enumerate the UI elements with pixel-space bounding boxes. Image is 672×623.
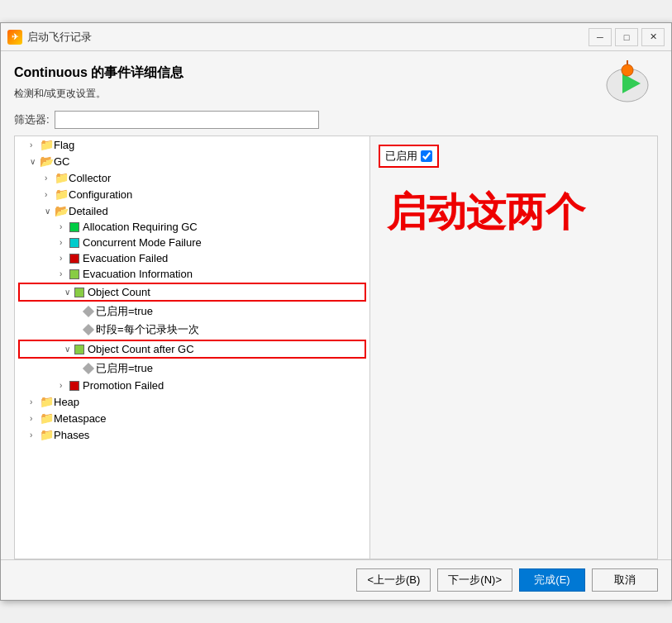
folder-icon-heap: 📁: [40, 395, 54, 408]
diamond-icon-oca-enabled: [83, 363, 94, 374]
tree-item-gc[interactable]: ∨ 📂 GC: [15, 153, 369, 169]
folder-icon-detailed: 📂: [55, 204, 69, 217]
main-panel: › 📁 Flag ∨ 📂 GC › 📁 Collector: [14, 136, 658, 559]
square-icon-evac-failed: [69, 254, 79, 264]
tree-item-oc-enabled[interactable]: 已启用=true: [15, 302, 369, 321]
square-icon-oca: [74, 345, 84, 354]
label-metaspace: Metaspace: [54, 412, 107, 425]
tree-item-phases[interactable]: › 📁 Phases: [15, 426, 369, 443]
page-title: Continuous 的事件详细信息: [14, 64, 658, 82]
tree-item-detailed[interactable]: ∨ 📂 Detailed: [15, 202, 369, 219]
folder-icon-phases: 📁: [40, 428, 54, 441]
window-title: 启动飞行记录: [27, 30, 589, 45]
expand-collector: ›: [45, 174, 55, 183]
diamond-icon-oc-period: [83, 324, 94, 335]
expand-allocation: ›: [60, 222, 69, 231]
label-concurrent: Concurrent Mode Failure: [83, 236, 202, 249]
label-oc-period: 时段=每个记录块一次: [96, 322, 199, 337]
tree-item-allocation-req[interactable]: › Allocation Requiring GC: [15, 219, 369, 235]
tree-item-flag[interactable]: › 📁 Flag: [15, 136, 369, 153]
filter-label: 筛选器:: [14, 112, 50, 127]
folder-icon-configuration: 📁: [55, 188, 69, 201]
right-panel: 已启用 启动这两个: [370, 136, 657, 559]
label-gc: GC: [54, 155, 70, 168]
minimize-button[interactable]: ─: [589, 28, 612, 46]
expand-promotion: ›: [60, 381, 69, 390]
folder-icon-gc: 📂: [40, 155, 54, 168]
expand-oca: ∨: [64, 345, 74, 354]
window-controls: ─ □ ✕: [589, 28, 665, 46]
tree-item-evacuation-failed[interactable]: › Evacuation Failed: [15, 250, 369, 266]
cancel-button[interactable]: 取消: [592, 568, 658, 592]
expand-flag: ›: [30, 140, 40, 150]
expand-evac-info: ›: [60, 269, 69, 278]
label-evac-failed: Evacuation Failed: [83, 252, 168, 264]
expand-evac-failed: ›: [60, 254, 69, 263]
annotation-overlay: 启动这两个: [387, 186, 585, 239]
title-bar: ✈ 启动飞行记录 ─ □ ✕: [1, 23, 671, 51]
finish-button[interactable]: 完成(E): [519, 568, 585, 592]
tree-panel[interactable]: › 📁 Flag ∨ 📂 GC › 📁 Collector: [15, 136, 370, 559]
enabled-row: 已启用: [379, 145, 439, 168]
label-oc-enabled: 已启用=true: [96, 304, 153, 319]
object-count-after-highlight-box: ∨ Object Count after GC: [18, 340, 366, 359]
footer: <上一步(B) 下一步(N)> 完成(E) 取消: [1, 559, 671, 600]
tree-item-evacuation-info[interactable]: › Evacuation Information: [15, 266, 369, 282]
label-evac-info: Evacuation Information: [83, 268, 193, 280]
label-flag: Flag: [54, 139, 74, 151]
content-area: Continuous 的事件详细信息 检测和/或更改设置。 筛选器: › 📁 F…: [1, 51, 671, 559]
main-window: ✈ 启动飞行记录 ─ □ ✕ Continuous 的事件详细信息 检测和/或更…: [0, 22, 672, 601]
filter-row: 筛选器:: [14, 111, 658, 129]
svg-point-5: [622, 64, 633, 76]
tree-item-oca-enabled[interactable]: 已启用=true: [15, 359, 369, 378]
tree-item-metaspace[interactable]: › 📁 Metaspace: [15, 410, 369, 426]
enabled-checkbox[interactable]: [421, 150, 432, 162]
square-icon-concurrent: [69, 238, 79, 248]
diamond-icon-oc-enabled: [83, 306, 94, 317]
filter-input[interactable]: [55, 111, 319, 129]
back-button[interactable]: <上一步(B): [356, 568, 431, 592]
app-icon: ✈: [7, 30, 22, 45]
expand-phases: ›: [30, 430, 40, 440]
tree-item-object-count-after[interactable]: ∨ Object Count after GC: [20, 341, 365, 357]
label-oca-enabled: 已启用=true: [96, 361, 153, 376]
label-collector: Collector: [69, 172, 111, 184]
tree-item-object-count[interactable]: ∨ Object Count: [20, 284, 365, 300]
expand-detailed: ∨: [45, 207, 55, 216]
tree-item-oc-period[interactable]: 时段=每个记录块一次: [15, 321, 369, 339]
square-icon-allocation: [69, 222, 79, 232]
expand-metaspace: ›: [30, 414, 40, 423]
tree-item-concurrent-fail[interactable]: › Concurrent Mode Failure: [15, 235, 369, 250]
page-subtitle: 检测和/或更改设置。: [14, 87, 658, 101]
expand-configuration: ›: [45, 190, 55, 199]
next-button[interactable]: 下一步(N)>: [437, 568, 512, 592]
label-detailed: Detailed: [69, 205, 108, 217]
expand-concurrent: ›: [60, 238, 69, 247]
expand-gc: ∨: [30, 157, 40, 166]
label-configuration: Configuration: [69, 188, 132, 201]
square-icon-object-count: [74, 288, 84, 297]
label-phases: Phases: [54, 429, 89, 441]
label-heap: Heap: [54, 396, 79, 408]
square-icon-promotion: [69, 381, 79, 391]
expand-object-count: ∨: [64, 288, 74, 297]
label-allocation: Allocation Requiring GC: [83, 221, 198, 233]
label-oca: Object Count after GC: [88, 343, 194, 355]
expand-heap: ›: [30, 397, 40, 407]
enabled-label: 已启用: [385, 149, 417, 164]
folder-icon-collector: 📁: [55, 171, 69, 184]
label-object-count: Object Count: [88, 286, 150, 298]
tree-item-collector[interactable]: › 📁 Collector: [15, 169, 369, 186]
close-button[interactable]: ✕: [641, 28, 665, 46]
object-count-highlight-box: ∨ Object Count: [18, 283, 366, 302]
maximize-button[interactable]: □: [615, 28, 638, 46]
folder-icon-flag: 📁: [40, 138, 54, 151]
corner-logo: [601, 60, 655, 108]
tree-item-configuration[interactable]: › 📁 Configuration: [15, 186, 369, 202]
tree-item-heap[interactable]: › 📁 Heap: [15, 393, 369, 410]
label-promotion: Promotion Failed: [83, 379, 164, 392]
folder-icon-metaspace: 📁: [40, 411, 54, 425]
tree-item-promotion-failed[interactable]: › Promotion Failed: [15, 378, 369, 393]
square-icon-evac-info: [69, 269, 79, 279]
